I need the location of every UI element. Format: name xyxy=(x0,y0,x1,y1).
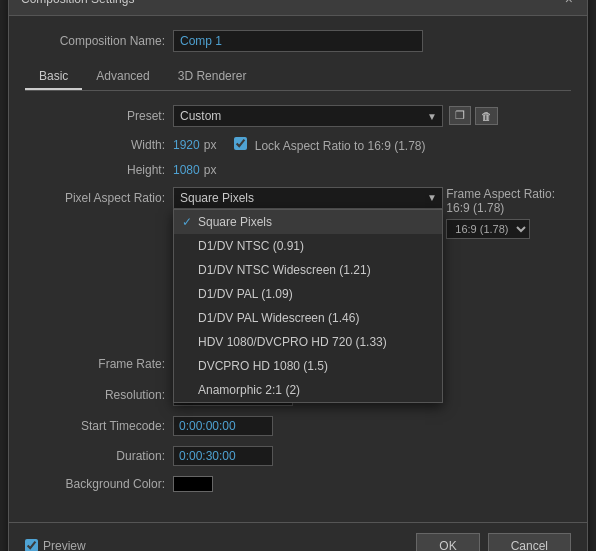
dropdown-option-hdv-1080[interactable]: HDV 1080/DVCPRO HD 720 (1.33) xyxy=(174,330,442,354)
pixel-aspect-row: Pixel Aspect Ratio: Square Pixels ▼ Squa… xyxy=(25,187,571,209)
width-row: Width: 1920 px Lock Aspect Ratio to 16:9… xyxy=(25,137,571,153)
width-label: Width: xyxy=(25,138,165,152)
duration-row: Duration: xyxy=(25,446,571,466)
close-button[interactable]: × xyxy=(563,0,575,7)
composition-settings-dialog: Composition Settings × Composition Name:… xyxy=(8,0,588,551)
dropdown-option-d1dv-pal[interactable]: D1/DV PAL (1.09) xyxy=(174,282,442,306)
height-unit: px xyxy=(204,163,217,177)
preset-select[interactable]: Custom xyxy=(173,105,443,127)
preview-section: Preview xyxy=(25,539,86,552)
bg-color-row: Background Color: xyxy=(25,476,571,492)
comp-name-label: Composition Name: xyxy=(25,34,165,48)
dropdown-option-d1dv-ntsc[interactable]: D1/DV NTSC (0.91) xyxy=(174,234,442,258)
preview-checkbox[interactable] xyxy=(25,539,38,551)
width-unit: px xyxy=(204,138,217,152)
pixel-aspect-select[interactable]: Square Pixels ▼ xyxy=(173,187,443,209)
start-timecode-label: Start Timecode: xyxy=(25,419,165,433)
bg-color-swatch[interactable] xyxy=(173,476,213,492)
frame-aspect-select[interactable]: 16:9 (1.78) xyxy=(446,219,530,239)
height-row: Height: 1080 px xyxy=(25,163,571,177)
tab-basic[interactable]: Basic xyxy=(25,64,82,90)
delete-preset-button[interactable]: 🗑 xyxy=(475,107,498,125)
preset-select-wrapper: Custom ▼ xyxy=(173,105,443,127)
frame-aspect-panel: Frame Aspect Ratio: 16:9 (1.78) 16:9 (1.… xyxy=(446,187,555,239)
footer-buttons: OK Cancel xyxy=(416,533,571,552)
comp-name-input[interactable] xyxy=(173,30,423,52)
duration-input[interactable] xyxy=(173,446,273,466)
cancel-button[interactable]: Cancel xyxy=(488,533,571,552)
copy-preset-button[interactable]: ❐ xyxy=(449,106,471,125)
preset-row: Preset: Custom ▼ ❐ 🗑 xyxy=(25,105,571,127)
lock-aspect-checkbox[interactable] xyxy=(234,137,247,150)
pixel-aspect-chevron-icon: ▼ xyxy=(427,192,437,203)
dropdown-option-square-pixels[interactable]: Square Pixels xyxy=(174,210,442,234)
dropdown-option-d1dv-ntsc-wide[interactable]: D1/DV NTSC Widescreen (1.21) xyxy=(174,258,442,282)
resolution-label: Resolution: xyxy=(25,388,165,402)
tab-advanced[interactable]: Advanced xyxy=(82,64,163,90)
start-timecode-input[interactable] xyxy=(173,416,273,436)
comp-name-row: Composition Name: xyxy=(25,30,571,52)
lock-aspect-row: Lock Aspect Ratio to 16:9 (1.78) xyxy=(234,137,425,153)
dialog-body: Composition Name: Basic Advanced 3D Rend… xyxy=(9,16,587,516)
width-value[interactable]: 1920 xyxy=(173,138,200,152)
pixel-aspect-dropdown-container: Square Pixels ▼ Square Pixels D1/DV NTSC… xyxy=(173,187,443,209)
pixel-aspect-label: Pixel Aspect Ratio: xyxy=(25,191,165,205)
start-timecode-row: Start Timecode: xyxy=(25,416,571,436)
pixel-aspect-selected-value: Square Pixels xyxy=(180,191,254,205)
duration-label: Duration: xyxy=(25,449,165,463)
dropdown-option-anamorphic[interactable]: Anamorphic 2:1 (2) xyxy=(174,378,442,402)
tabs-bar: Basic Advanced 3D Renderer xyxy=(25,64,571,91)
frame-rate-label: Frame Rate: xyxy=(25,357,165,371)
bg-color-label: Background Color: xyxy=(25,477,165,491)
frame-aspect-label: Frame Aspect Ratio: xyxy=(446,187,555,201)
lock-aspect-label: Lock Aspect Ratio to 16:9 (1.78) xyxy=(255,139,426,153)
pixel-aspect-dropdown-list: Square Pixels D1/DV NTSC (0.91) D1/DV NT… xyxy=(173,209,443,403)
tab-3d-renderer[interactable]: 3D Renderer xyxy=(164,64,261,90)
ok-button[interactable]: OK xyxy=(416,533,479,552)
dropdown-option-d1dv-pal-wide[interactable]: D1/DV PAL Widescreen (1.46) xyxy=(174,306,442,330)
preset-label: Preset: xyxy=(25,109,165,123)
title-bar: Composition Settings × xyxy=(9,0,587,16)
frame-aspect-value: 16:9 (1.78) xyxy=(446,201,555,215)
height-label: Height: xyxy=(25,163,165,177)
dialog-title: Composition Settings xyxy=(21,0,134,6)
dropdown-option-dvcpro-hd-1080[interactable]: DVCPRO HD 1080 (1.5) xyxy=(174,354,442,378)
height-value[interactable]: 1080 xyxy=(173,163,200,177)
preview-label: Preview xyxy=(43,539,86,552)
dialog-footer: Preview OK Cancel xyxy=(9,522,587,552)
